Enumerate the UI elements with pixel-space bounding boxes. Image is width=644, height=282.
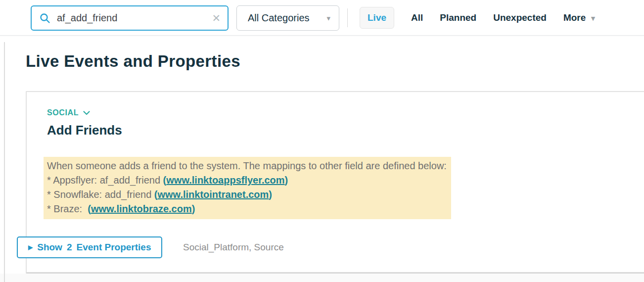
description-paren: ) [269, 189, 272, 200]
filter-tabs: Live All Planned Unexpected More ▾ [360, 7, 595, 29]
page-background [0, 274, 644, 282]
description-text-segment: When someone adds a friend to the system… [47, 160, 447, 171]
appsflyer-link[interactable]: www.linktoappsflyer.com [166, 175, 284, 186]
expand-triangle-icon: ▶ [28, 244, 33, 250]
show-props-count: 2 [67, 242, 72, 253]
divider [347, 8, 348, 27]
braze-link[interactable]: www.linktobraze.com [91, 203, 192, 214]
tab-more[interactable]: More ▾ [563, 12, 595, 23]
snowflake-link[interactable]: www.linktointranet.com [157, 189, 269, 200]
clear-search-icon[interactable]: ✕ [212, 13, 221, 23]
description-paren: ( [88, 203, 91, 214]
categories-dropdown-label: All Categories [248, 12, 310, 24]
topbar: ✕ All Categories ▾ Live All Planned Unex… [0, 0, 644, 36]
search-box[interactable]: ✕ [31, 5, 229, 31]
event-properties-preview: Social_Platform, Source [183, 236, 284, 258]
tab-live[interactable]: Live [360, 7, 394, 29]
tab-planned[interactable]: Planned [440, 12, 476, 23]
search-input[interactable] [57, 12, 212, 24]
caret-down-icon: ▾ [326, 14, 330, 22]
description-text-segment: * Appsflyer: af_add_friend [47, 175, 163, 186]
description-text-segment: * Braze: [47, 203, 88, 214]
categories-dropdown[interactable]: All Categories ▾ [236, 5, 339, 31]
chevron-down-icon [83, 111, 90, 115]
tab-unexpected[interactable]: Unexpected [493, 12, 547, 23]
category-selector[interactable]: SOCIAL [47, 108, 90, 117]
show-props-label-pre: Show [37, 242, 62, 253]
show-props-label-post: Event Properties [76, 242, 151, 253]
event-description: When someone adds a friend to the system… [44, 157, 451, 219]
content-left-border [4, 42, 5, 282]
caret-down-icon: ▾ [591, 14, 595, 22]
page-title: Live Events and Properties [26, 52, 240, 71]
tab-all[interactable]: All [411, 12, 423, 23]
description-paren: ) [192, 203, 195, 214]
event-name: Add Friends [47, 123, 122, 138]
show-event-properties-button[interactable]: ▶ Show 2 Event Properties [17, 236, 162, 258]
search-icon [40, 13, 50, 24]
description-paren: ) [285, 175, 288, 186]
category-label: SOCIAL [47, 108, 79, 117]
tab-more-label: More [563, 12, 586, 23]
description-text-segment: * Snowflake: add_friend [47, 189, 154, 200]
